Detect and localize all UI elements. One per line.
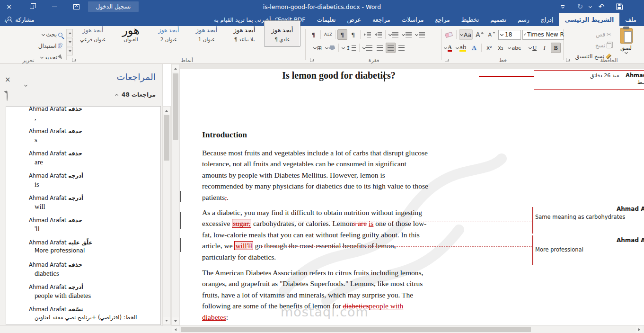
shrink-font-button[interactable]: A: [486, 29, 497, 40]
paragraph-line[interactable]: fat, low-calorie meals that you can eat …: [202, 229, 420, 240]
italic-button[interactable]: I: [539, 43, 549, 53]
paragraph-line[interactable]: As a diabetic, you may find it difficult…: [202, 207, 422, 218]
deleted-text-comment-anchor[interactable]: sugar,: [232, 219, 251, 228]
paragraph-line[interactable]: diabetes:: [202, 312, 228, 323]
revisions-scroll-up[interactable]: [163, 107, 170, 114]
refresh-button[interactable]: [7, 91, 8, 100]
align-left-button[interactable]: [375, 43, 385, 53]
replace-button[interactable]: abac استبدال: [9, 40, 62, 52]
tab-layout[interactable]: تخطيط: [456, 13, 485, 26]
style-subtitle[interactable]: أبجد هوز عنوان فرعي: [75, 20, 111, 47]
comment-text[interactable]: More professional: [535, 246, 583, 253]
revisions-scrollbar[interactable]: [162, 106, 171, 325]
repeat-button[interactable]: ↻: [574, 0, 586, 13]
align-center-button[interactable]: [386, 43, 396, 53]
copy-button[interactable]: نسخ: [568, 40, 611, 51]
ltr-paragraph-button[interactable]: ¶: [348, 29, 358, 40]
styles-gallery-expand[interactable]: [67, 47, 73, 55]
grow-font-button[interactable]: A: [474, 29, 485, 40]
comment-text[interactable]: Same meaning as carbohydrates: [535, 214, 625, 220]
superscript-button[interactable]: x²: [484, 43, 494, 53]
text-effects-button[interactable]: A: [469, 43, 479, 53]
style-title[interactable]: هور العنوان: [113, 20, 149, 47]
font-name-combobox[interactable]: Times New Rom: [522, 30, 564, 40]
paragraph-line[interactable]: recommended by many physicians for diabe…: [202, 180, 428, 191]
increase-indent-button[interactable]: [362, 29, 372, 40]
find-button[interactable]: بحث: [9, 29, 62, 40]
revisions-scroll-thumb[interactable]: [164, 115, 169, 161]
decrease-indent-button[interactable]: [373, 29, 383, 40]
paragraph-line[interactable]: particularly for diabetics.: [202, 252, 276, 262]
paragraph-line[interactable]: fruits, have a lot of vitamins and miner…: [202, 289, 413, 300]
revision-item[interactable]: Ahmad Arafat أدرجه is: [6, 170, 160, 192]
tab-design[interactable]: تصميم: [485, 13, 512, 26]
font-dialog-launcher[interactable]: [445, 58, 449, 62]
tracked-change-comment-anchor[interactable]: will'll: [234, 241, 253, 250]
multilevel-list-button[interactable]: [388, 29, 400, 40]
tab-file[interactable]: ملف: [619, 13, 642, 26]
document-scrollbar[interactable]: [171, 64, 180, 325]
close-button[interactable]: ×: [1, 0, 17, 13]
document-scroll-up[interactable]: [172, 65, 179, 72]
revisions-pane-menu-button[interactable]: [25, 79, 27, 88]
sign-in-button[interactable]: تسجيل الدخول: [88, 1, 139, 12]
justify-button[interactable]: [362, 43, 374, 53]
document-title[interactable]: Is lemon good for diabetics?: [202, 70, 476, 81]
revision-item[interactable]: Ahmad Arafat حذفه s: [6, 125, 160, 147]
style-normal[interactable]: أبجد هوز ¶ عادي: [264, 20, 300, 47]
revision-item-format[interactable]: Ahmad Arafat نسّقه الخط: (افتراضي) +برنا…: [6, 303, 160, 325]
paragraph-line[interactable]: excessive sugar, carbohydrates, or calor…: [202, 218, 426, 229]
paragraph-line[interactable]: amounts by people with Diabetes Mellitus…: [202, 170, 385, 180]
show-paragraph-marks-button[interactable]: ¶: [309, 29, 318, 40]
undo-dropdown[interactable]: [587, 0, 593, 13]
restore-button[interactable]: [24, 0, 40, 13]
tab-references[interactable]: مراجع: [429, 13, 455, 26]
horizontal-scroll-right[interactable]: [636, 326, 643, 333]
document-scroll-thumb[interactable]: [173, 73, 178, 140]
tab-review[interactable]: مراجعة: [367, 13, 396, 26]
paragraph-line[interactable]: patients,.: [202, 192, 229, 203]
revision-item[interactable]: Ahmad Arafat حذفه diabetics: [6, 259, 160, 281]
horizontal-scrollbar[interactable]: [171, 325, 644, 333]
share-button[interactable]: + مشاركة: [6, 13, 34, 26]
style-heading1[interactable]: أبجد هوز عنوان 1: [188, 20, 225, 47]
revisions-pane-close-button[interactable]: ×: [5, 75, 11, 84]
clear-formatting-button[interactable]: [444, 29, 454, 40]
save-button[interactable]: [612, 0, 626, 13]
revision-item-comment[interactable]: Ahmad Arafat علّق عليه More professional: [6, 236, 160, 259]
section-heading[interactable]: Introduction: [202, 129, 247, 140]
ribbon-display-options-button[interactable]: [68, 0, 84, 13]
paragraph-line[interactable]: tolerance, not all fruits and vegetables…: [202, 158, 406, 169]
paste-button[interactable]: لصق: [613, 28, 639, 56]
tab-home[interactable]: الشريط الرئيسي: [559, 13, 619, 26]
revisions-scroll-down[interactable]: [163, 317, 170, 324]
revision-item[interactable]: Ahmad Arafat حذفه are: [6, 147, 160, 170]
tab-mailings[interactable]: مراسلات: [396, 13, 430, 26]
bullets-button[interactable]: [414, 29, 426, 40]
styles-dialog-launcher[interactable]: [72, 58, 76, 62]
subscript-button[interactable]: x₂: [495, 43, 505, 53]
paragraph-line[interactable]: article, we will'll go through the most …: [202, 240, 396, 251]
paragraph-line[interactable]: oranges, and grapefruit as "Diabetes Sup…: [202, 278, 423, 289]
styles-scroll-up[interactable]: [67, 29, 73, 37]
undo-button[interactable]: ↶: [595, 0, 608, 13]
document-page[interactable]: mostaql.com Is lemon good for diabetics?…: [180, 64, 644, 325]
change-case-button[interactable]: Aa: [459, 29, 473, 40]
horizontal-scroll-thumb[interactable]: [181, 327, 531, 332]
shading-button[interactable]: [324, 43, 336, 53]
tab-draw[interactable]: رسم: [512, 13, 535, 26]
text-highlight-button[interactable]: ab: [455, 43, 468, 53]
sort-button[interactable]: A↓Z: [323, 29, 333, 40]
font-size-combobox[interactable]: 18: [498, 30, 521, 40]
revisions-summary-toggle[interactable]: 48 مراجعات: [115, 91, 156, 98]
strikethrough-button[interactable]: abc: [507, 43, 522, 53]
bold-button[interactable]: B: [551, 43, 561, 53]
styles-scrollbar[interactable]: [67, 29, 73, 55]
align-right-button[interactable]: [397, 43, 406, 53]
numbering-button[interactable]: [401, 29, 413, 40]
line-spacing-button[interactable]: ↕: [341, 43, 357, 53]
revision-item[interactable]: Ahmad Arafat حذفه 'll: [6, 214, 160, 236]
document-scroll-down[interactable]: [172, 317, 179, 324]
paragraph-line[interactable]: following are some of the benefits of le…: [202, 300, 403, 311]
tab-help[interactable]: تعليمات: [311, 13, 341, 26]
